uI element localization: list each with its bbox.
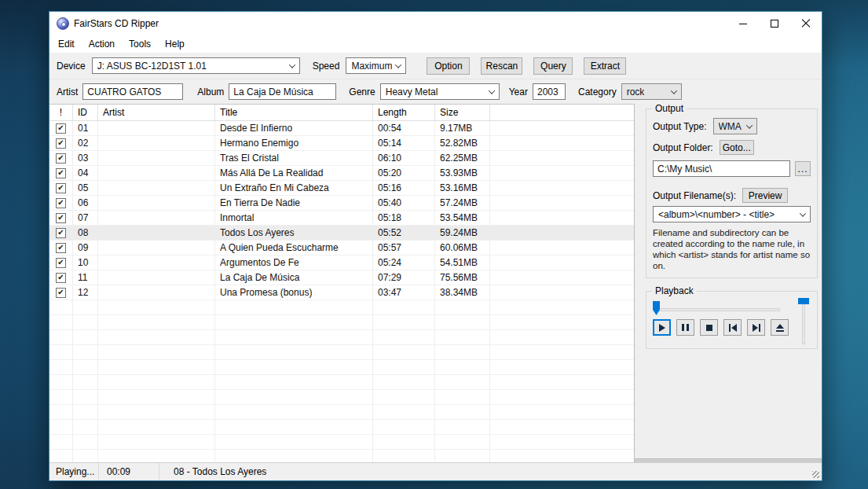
browse-button[interactable]: ... bbox=[795, 161, 811, 176]
track-row[interactable]: ✔09A Quien Pueda Escucharme05:5760.06MB bbox=[49, 241, 634, 256]
minimize-button[interactable] bbox=[727, 12, 759, 35]
speed-label: Speed bbox=[313, 61, 340, 72]
track-row[interactable]: ✔10Argumentos De Fe05:2454.51MB bbox=[49, 256, 634, 270]
track-row[interactable]: ✔08Todos Los Ayeres05:5259.24MB bbox=[49, 226, 634, 241]
checkbox-checked[interactable]: ✔ bbox=[56, 213, 66, 223]
rescan-button[interactable]: Rescan bbox=[481, 57, 522, 75]
table-body: ✔01Desde El Infierno00:549.17MB✔02Herman… bbox=[49, 121, 634, 462]
output-folder-value: C:\My Music\ bbox=[657, 164, 712, 175]
checkbox-checked[interactable]: ✔ bbox=[56, 228, 66, 238]
pause-icon bbox=[682, 324, 689, 331]
close-icon bbox=[801, 19, 811, 28]
next-button[interactable] bbox=[747, 319, 765, 336]
title-bar[interactable]: FairStars CD Ripper bbox=[49, 12, 822, 35]
progress-thumb[interactable] bbox=[653, 301, 660, 315]
prev-button[interactable] bbox=[723, 319, 742, 336]
volume-thumb[interactable] bbox=[798, 298, 809, 304]
artist-input[interactable]: CUATRO GATOS bbox=[82, 83, 183, 100]
pause-button[interactable] bbox=[676, 319, 694, 336]
menu-item-action[interactable]: Action bbox=[82, 39, 122, 50]
column-header-artist[interactable]: Artist bbox=[98, 105, 215, 120]
volume-slider[interactable] bbox=[797, 298, 810, 344]
track-table: !IDArtistTitleLengthSize ✔01Desde El Inf… bbox=[49, 104, 635, 462]
checkbox-checked[interactable]: ✔ bbox=[56, 288, 66, 298]
eject-button[interactable] bbox=[771, 319, 789, 336]
genre-value: Heavy Metal bbox=[386, 86, 438, 97]
track-row[interactable]: ✔06En Tierra De Nadie05:4057.24MB bbox=[49, 196, 634, 211]
empty-row[interactable] bbox=[49, 420, 634, 435]
track-row[interactable]: ✔03Tras El Cristal06:1062.25MB bbox=[49, 151, 634, 166]
year-label: Year bbox=[509, 86, 528, 97]
checkbox-checked[interactable]: ✔ bbox=[56, 243, 66, 253]
empty-row[interactable] bbox=[49, 330, 634, 345]
empty-row[interactable] bbox=[49, 360, 634, 375]
speed-combo[interactable]: Maximum bbox=[346, 57, 406, 74]
artist-value: CUATRO GATOS bbox=[87, 86, 161, 97]
empty-row[interactable] bbox=[49, 390, 634, 405]
column-header-length[interactable]: Length bbox=[373, 105, 435, 120]
empty-row[interactable] bbox=[49, 300, 634, 315]
year-input[interactable]: 2003 bbox=[533, 83, 566, 100]
device-combo[interactable]: J: ASUS BC-12D1ST 1.01 bbox=[92, 57, 300, 74]
track-row[interactable]: ✔11La Caja De Música07:2975.56MB bbox=[49, 270, 634, 285]
album-label: Album bbox=[197, 86, 224, 97]
chevron-down-icon bbox=[288, 61, 295, 68]
track-row[interactable]: ✔01Desde El Infierno00:549.17MB bbox=[49, 121, 634, 136]
category-combo[interactable]: rock bbox=[621, 83, 682, 100]
empty-row[interactable] bbox=[49, 435, 634, 450]
output-folder-label: Output Folder: bbox=[653, 142, 713, 153]
preview-button[interactable]: Preview bbox=[742, 188, 788, 203]
status-track: 08 - Todos Los Ayeres bbox=[159, 466, 822, 477]
empty-row[interactable] bbox=[49, 375, 634, 390]
checkbox-checked[interactable]: ✔ bbox=[56, 198, 66, 208]
track-row[interactable]: ✔05Un Extraño En Mi Cabeza05:1653.16MB bbox=[49, 181, 634, 196]
output-filename-label: Output Filename(s): bbox=[653, 190, 736, 201]
checkbox-checked[interactable]: ✔ bbox=[56, 138, 66, 149]
empty-row[interactable] bbox=[49, 315, 634, 330]
category-label: Category bbox=[578, 86, 617, 97]
checkbox-checked[interactable]: ✔ bbox=[56, 183, 66, 193]
extract-button[interactable]: Extract bbox=[584, 57, 626, 75]
play-icon bbox=[659, 324, 665, 332]
maximize-button[interactable] bbox=[759, 12, 790, 35]
output-type-combo[interactable]: WMA bbox=[713, 118, 757, 134]
resize-grip[interactable] bbox=[812, 471, 819, 478]
app-cd-icon bbox=[57, 17, 69, 30]
empty-row[interactable] bbox=[49, 405, 634, 420]
menu-item-help[interactable]: Help bbox=[158, 39, 192, 50]
disc-toolbar: Artist CUATRO GATOS Album La Caja De Mús… bbox=[49, 79, 822, 104]
progress-slider[interactable] bbox=[653, 301, 780, 315]
empty-row[interactable] bbox=[49, 345, 634, 360]
output-folder-input[interactable]: C:\My Music\ bbox=[653, 160, 790, 177]
progress-track bbox=[653, 308, 780, 311]
track-row[interactable]: ✔04Más Allá De La Realidad05:2053.93MB bbox=[49, 166, 634, 181]
stop-button[interactable] bbox=[700, 319, 718, 336]
menu-item-edit[interactable]: Edit bbox=[51, 39, 82, 50]
checkbox-checked[interactable]: ✔ bbox=[56, 168, 66, 178]
track-row[interactable]: ✔12Una Promesa (bonus)03:4738.34MB bbox=[49, 285, 634, 300]
track-row[interactable]: ✔02Hermano Enemigo05:1452.82MB bbox=[49, 136, 634, 151]
checkbox-checked[interactable]: ✔ bbox=[56, 123, 66, 134]
column-header-check[interactable]: ! bbox=[49, 105, 73, 120]
filename-pattern-combo[interactable]: <album>\<number> - <title> bbox=[653, 206, 811, 222]
menu-item-tools[interactable]: Tools bbox=[122, 39, 158, 50]
playback-group: Playback bbox=[646, 291, 818, 349]
main-area: !IDArtistTitleLengthSize ✔01Desde El Inf… bbox=[49, 104, 822, 462]
album-input[interactable]: La Caja De Música bbox=[229, 83, 336, 100]
query-button[interactable]: Query bbox=[533, 57, 573, 75]
column-header-id[interactable]: ID bbox=[73, 105, 98, 120]
empty-row[interactable] bbox=[49, 450, 634, 462]
close-button[interactable] bbox=[790, 12, 822, 35]
checkbox-checked[interactable]: ✔ bbox=[56, 258, 66, 268]
column-header-size[interactable]: Size bbox=[435, 105, 490, 120]
genre-combo[interactable]: Heavy Metal bbox=[380, 83, 500, 100]
track-row[interactable]: ✔07Inmortal05:1853.54MB bbox=[49, 211, 634, 226]
option-button[interactable]: Option bbox=[427, 57, 470, 75]
checkbox-checked[interactable]: ✔ bbox=[56, 273, 66, 283]
checkbox-checked[interactable]: ✔ bbox=[56, 153, 66, 164]
chevron-down-icon bbox=[670, 87, 676, 94]
column-header-title[interactable]: Title bbox=[215, 105, 373, 120]
output-group-label: Output bbox=[652, 103, 687, 114]
goto-button[interactable]: Goto... bbox=[720, 140, 754, 155]
play-button[interactable] bbox=[653, 319, 671, 336]
